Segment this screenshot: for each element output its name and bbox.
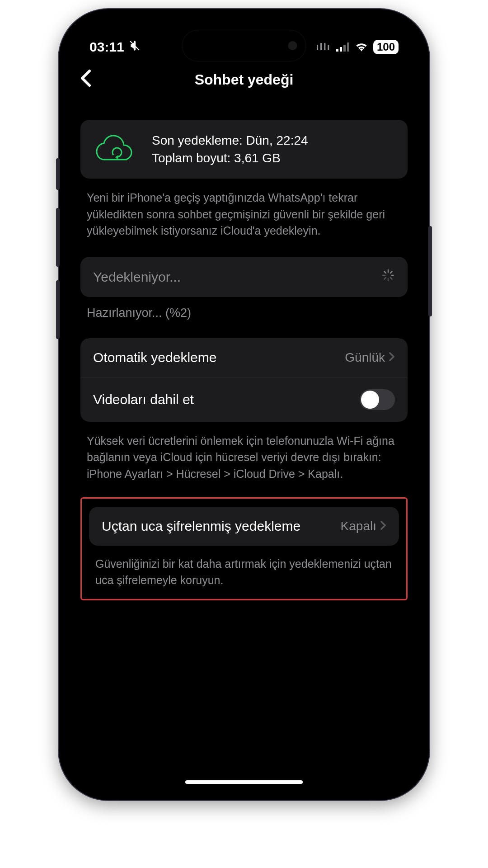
home-indicator[interactable] <box>185 780 303 784</box>
battery-indicator: 100 <box>373 40 399 54</box>
phone-frame: 03:11 ıllı 100 Sohbet yedeği <box>59 9 429 800</box>
voice-indicator-icon: ıllı <box>316 41 331 53</box>
page-title: Sohbet yedeği <box>195 71 294 88</box>
svg-rect-1 <box>336 49 338 52</box>
backup-summary-card: Son yedekleme: Dün, 22:24 Toplam boyut: … <box>80 120 408 179</box>
svg-line-10 <box>390 278 392 279</box>
cellular-icon <box>336 39 350 55</box>
svg-line-11 <box>385 278 386 279</box>
last-backup-label: Son yedekleme: Dün, 22:24 <box>152 132 308 149</box>
chevron-right-icon <box>380 519 386 533</box>
backup-status-text: Hazırlanıyor... (%2) <box>80 297 408 320</box>
e2e-encryption-row[interactable]: Uçtan uca şifrelenmiş yedekleme Kapalı <box>89 507 399 546</box>
volume-switch <box>56 158 60 190</box>
camera-dot <box>288 41 297 50</box>
data-warning-text: Yüksek veri ücretlerini önlemek için tel… <box>80 422 408 482</box>
svg-rect-3 <box>343 45 346 52</box>
e2e-label: Uçtan uca şifrelenmiş yedekleme <box>102 519 300 534</box>
backup-progress-label: Yedekleniyor... <box>93 269 181 285</box>
total-size-label: Toplam boyut: 3,61 GB <box>152 149 308 167</box>
auto-backup-row[interactable]: Otomatik yedekleme Günlük <box>80 338 408 377</box>
e2e-description: Güvenliğinizi bir kat daha artırmak için… <box>82 546 406 589</box>
backup-progress-row: Yedekleniyor... <box>80 257 408 297</box>
auto-backup-value: Günlük <box>345 350 385 365</box>
auto-backup-label: Otomatik yedekleme <box>93 350 216 365</box>
chevron-right-icon <box>389 350 395 365</box>
spinner-icon <box>381 269 395 285</box>
dynamic-island <box>182 30 306 61</box>
svg-rect-4 <box>347 42 349 52</box>
status-time: 03:11 <box>89 39 124 55</box>
e2e-value: Kapalı <box>341 519 376 533</box>
backup-description: Yeni bir iPhone'a geçiş yaptığınızda Wha… <box>80 179 408 239</box>
svg-rect-2 <box>340 47 342 52</box>
highlight-annotation: Uçtan uca şifrelenmiş yedekleme Kapalı G… <box>80 497 408 601</box>
include-videos-row: Videoları dahil et <box>80 377 408 422</box>
include-videos-toggle[interactable] <box>360 389 395 410</box>
power-button <box>428 226 432 316</box>
volume-down <box>56 280 60 339</box>
back-button[interactable] <box>80 69 91 90</box>
navigation-bar: Sohbet yedeği <box>67 62 421 102</box>
backup-progress-card: Yedekleniyor... <box>80 257 408 297</box>
include-videos-label: Videoları dahil et <box>93 392 194 407</box>
volume-up <box>56 208 60 267</box>
backup-settings-card: Otomatik yedekleme Günlük Videoları dahi… <box>80 338 408 422</box>
wifi-icon <box>355 39 368 55</box>
screen: 03:11 ıllı 100 Sohbet yedeği <box>67 17 421 792</box>
silent-icon <box>129 39 141 55</box>
svg-line-9 <box>385 272 386 274</box>
svg-line-12 <box>390 272 392 274</box>
cloud-backup-icon <box>93 132 138 166</box>
e2e-card: Uçtan uca şifrelenmiş yedekleme Kapalı <box>89 507 399 546</box>
